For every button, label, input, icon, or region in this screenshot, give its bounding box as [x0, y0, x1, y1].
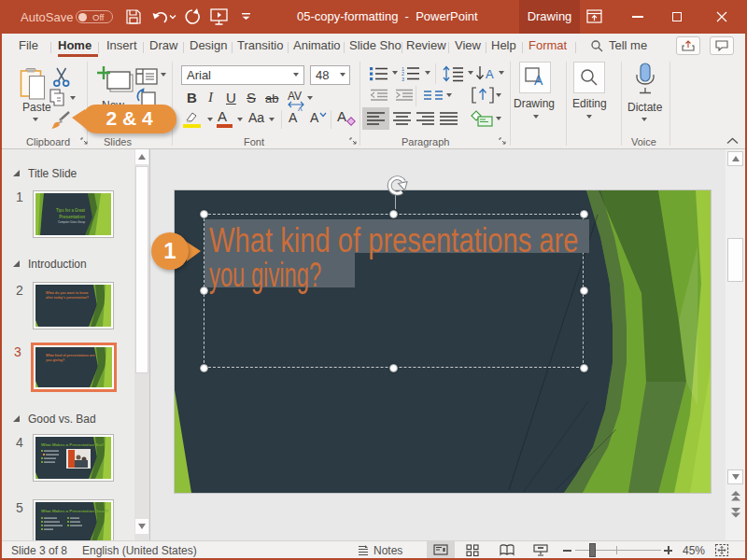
svg-text:What kind of presentations are: What kind of presentations are: [46, 354, 95, 357]
svg-text:What do you want to know: What do you want to know: [46, 291, 89, 295]
svg-text:What Makes a Presentation Bad?: What Makes a Presentation Bad?: [41, 442, 106, 447]
svg-text:3: 3: [402, 77, 404, 82]
svg-text:A: A: [534, 73, 543, 88]
svg-text:What Makes a Presentation Good: What Makes a Presentation Good?: [41, 509, 109, 513]
svg-text:after today's presentation?: after today's presentation?: [46, 296, 89, 300]
svg-text:A: A: [486, 67, 494, 81]
svg-text:Computer Users Group: Computer Users Group: [58, 220, 85, 224]
svg-text:you giving?: you giving?: [46, 358, 64, 362]
svg-text:Tips for a Great: Tips for a Great: [56, 208, 86, 213]
svg-text:Presentation: Presentation: [59, 215, 85, 219]
